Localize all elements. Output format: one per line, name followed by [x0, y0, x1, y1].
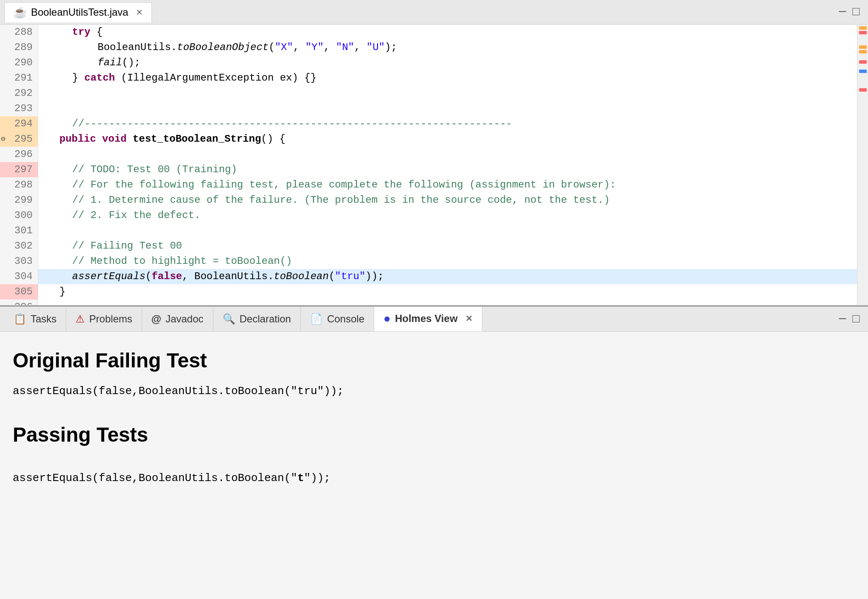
tab-console[interactable]: 📄 Console — [301, 307, 374, 331]
editor-panel: ☕ BooleanUtilsTest.java ✕ ─ □ 288 289 29… — [0, 0, 868, 305]
code-line-305: } — [38, 284, 857, 300]
line-293: 293 — [0, 101, 38, 116]
code-line-296 — [38, 147, 857, 162]
original-failing-test-code: assertEquals(false,BooleanUtils.toBoolea… — [13, 385, 855, 397]
bottom-window-controls: ─ □ — [839, 313, 860, 326]
tab-problems[interactable]: ⚠ Problems — [66, 307, 142, 331]
line-303: 303 — [0, 254, 38, 269]
problems-icon: ⚠ — [76, 313, 85, 325]
line-289: 289 — [0, 40, 38, 55]
bottom-panel: 📋 Tasks ⚠ Problems @ Javadoc 🔍 Declarati… — [0, 306, 868, 599]
scroll-mark-red-2 — [859, 60, 867, 64]
scroll-mark-red-1 — [859, 31, 867, 34]
maximize-icon[interactable]: □ — [852, 6, 860, 19]
line-298: 298 — [0, 177, 38, 193]
line-302: 302 — [0, 238, 38, 254]
original-failing-test-title: Original Failing Test — [13, 349, 855, 372]
line-305: 305 — [0, 284, 38, 300]
declaration-icon: 🔍 — [223, 313, 235, 325]
code-line-306 — [38, 300, 857, 305]
editor-tab-close-icon[interactable]: ✕ — [136, 7, 143, 17]
tab-tasks-label: Tasks — [31, 313, 56, 325]
code-line-293 — [38, 101, 857, 116]
editor-tab-label: BooleanUtilsTest.java — [31, 6, 128, 18]
tab-console-label: Console — [327, 313, 364, 325]
passing-tests-code: assertEquals(false,BooleanUtils.toBoolea… — [13, 472, 855, 484]
code-line-299: // 1. Determine cause of the failure. (T… — [38, 193, 857, 208]
tab-javadoc-label: Javadoc — [165, 313, 203, 325]
scroll-mark-orange-2 — [859, 45, 867, 49]
code-line-290: fail(); — [38, 55, 857, 70]
code-line-289: BooleanUtils.toBooleanObject("X", "Y", "… — [38, 40, 857, 55]
line-306: 306 — [0, 300, 38, 305]
code-line-292 — [38, 86, 857, 101]
tab-declaration[interactable]: 🔍 Declaration — [213, 307, 301, 331]
bottom-minimize-icon[interactable]: ─ — [839, 313, 846, 326]
tab-declaration-label: Declaration — [240, 313, 291, 325]
bottom-maximize-icon[interactable]: □ — [852, 313, 860, 326]
line-numbers: 288 289 290 291 292 293 294 ⊖ 295 296 29… — [0, 25, 38, 305]
java-file-icon: ☕ — [13, 6, 27, 19]
minimize-icon[interactable]: ─ — [839, 6, 846, 19]
code-line-294: //--------------------------------------… — [38, 116, 857, 132]
bottom-tabs: 📋 Tasks ⚠ Problems @ Javadoc 🔍 Declarati… — [4, 307, 482, 331]
console-icon: 📄 — [310, 313, 323, 325]
line-291: 291 — [0, 70, 38, 86]
code-line-303: // Method to highlight = toBoolean() — [38, 254, 857, 269]
code-line-297: // TODO: Test 00 (Training) — [38, 162, 857, 177]
tab-holmes[interactable]: ● Holmes View ✕ — [374, 307, 482, 331]
line-292: 292 — [0, 86, 38, 101]
scroll-mark-red-3 — [859, 88, 867, 92]
tab-holmes-label: Holmes View — [395, 313, 458, 325]
line-300: 300 — [0, 208, 38, 223]
scroll-mark-blue — [859, 70, 867, 73]
right-scrollbar[interactable] — [857, 25, 868, 305]
scroll-mark-orange — [859, 26, 867, 30]
editor-tab-booleanutils[interactable]: ☕ BooleanUtilsTest.java ✕ — [4, 2, 152, 22]
line-297: 297 — [0, 162, 38, 177]
code-line-304: assertEquals(false, BooleanUtils.toBoole… — [38, 269, 857, 284]
line-296: 296 — [0, 147, 38, 162]
line-299: 299 — [0, 193, 38, 208]
tasks-icon: 📋 — [14, 313, 26, 325]
code-line-295: public void test_toBoolean_String() { — [38, 132, 857, 147]
collapse-icon-295[interactable]: ⊖ — [1, 134, 6, 145]
line-288: 288 — [0, 25, 38, 40]
passing-test-code-prefix: assertEquals(false,BooleanUtils.toBoolea… — [13, 472, 297, 484]
code-line-300: // 2. Fix the defect. — [38, 208, 857, 223]
tab-javadoc[interactable]: @ Javadoc — [142, 307, 213, 331]
holmes-icon: ● — [384, 312, 391, 325]
code-line-291: } catch (IllegalArgumentException ex) {} — [38, 70, 857, 86]
editor-window-controls: ─ □ — [839, 6, 860, 19]
tab-tasks[interactable]: 📋 Tasks — [4, 307, 66, 331]
javadoc-icon: @ — [151, 313, 161, 325]
tab-holmes-close-icon[interactable]: ✕ — [465, 313, 473, 324]
line-301: 301 — [0, 223, 38, 238]
passing-tests-title: Passing Tests — [13, 423, 855, 446]
editor-tab-bar: ☕ BooleanUtilsTest.java ✕ ─ □ — [0, 0, 868, 25]
line-294: 294 — [0, 116, 38, 132]
code-line-302: // Failing Test 00 — [38, 238, 857, 254]
holmes-view-content: Original Failing Test assertEquals(false… — [0, 332, 868, 599]
line-290: 290 — [0, 55, 38, 70]
tab-problems-label: Problems — [89, 313, 132, 325]
code-line-301 — [38, 223, 857, 238]
code-line-298: // For the following failing test, pleas… — [38, 177, 857, 193]
line-295: ⊖ 295 — [0, 132, 38, 147]
scroll-mark-orange-3 — [859, 50, 867, 53]
line-304: 304 — [0, 269, 38, 284]
passing-test-code-bold: t — [297, 472, 304, 484]
bottom-tab-bar: 📋 Tasks ⚠ Problems @ Javadoc 🔍 Declarati… — [0, 306, 868, 332]
code-area: 288 289 290 291 292 293 294 ⊖ 295 296 29… — [0, 25, 868, 305]
passing-test-code-suffix: ")); — [304, 472, 330, 484]
code-content[interactable]: try { BooleanUtils.toBooleanObject("X", … — [38, 25, 857, 305]
code-line-288: try { — [38, 25, 857, 40]
